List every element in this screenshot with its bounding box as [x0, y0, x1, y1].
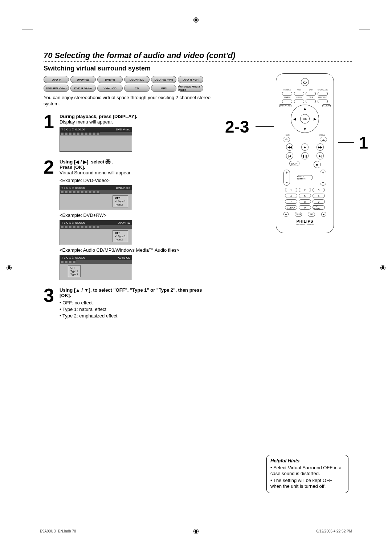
timer-button: TIMER [295, 212, 302, 217]
osd-display: T 1 C 1 ⏱ 0:00:00 DVD-Video OFF Type 1 T… [60, 185, 132, 210]
remote-button [318, 92, 328, 96]
remote-button [318, 100, 328, 103]
display-button: ☁ [320, 137, 327, 142]
step-number: 3 [44, 287, 60, 320]
callout-1: 1 [359, 133, 368, 153]
surround-menu: OFF Type 1 Type 2 [68, 265, 81, 277]
step2-line1: Using [◀ / ▶], select 🕀 . [60, 159, 113, 165]
channel: +− [320, 170, 326, 186]
right-arrow-icon: ▶ [314, 117, 317, 121]
example-label: <Example: Audio CD/MP3/Windows Media™ Au… [60, 247, 205, 253]
example-label: <Example: DVD+RW> [60, 212, 205, 218]
step-number: 2 [44, 159, 60, 282]
osd-label: DVD-Video [116, 186, 130, 190]
nav-ring: ▲ ▼ ◀ ▶ OK [291, 105, 319, 133]
key-2: 2 [299, 188, 311, 192]
crop-mark [22, 508, 33, 519]
menu-type1: Type 1 [70, 270, 78, 273]
brand-label: PHILIPS [280, 219, 330, 223]
vcr-rec-button: ● [283, 212, 289, 217]
page-number: 70 [44, 51, 52, 60]
key-9: 9 [313, 199, 325, 204]
badge: DVD-RW +VR [151, 76, 176, 83]
print-registration-top [193, 17, 199, 23]
hints-title: Helpful Hints [270, 458, 344, 463]
badge: Windows Media Audio [178, 85, 203, 92]
label: DVD [306, 89, 316, 91]
surround-menu: OFF Type 1 Type 2 [113, 195, 128, 207]
osd-info: T 1 C 1 ⏱ 0:00:00 [61, 128, 85, 131]
label: RAPID PLAY [318, 97, 328, 98]
badge: DVD+R DL [124, 76, 150, 83]
brand-sub-label: DVD RECORDER [280, 223, 330, 226]
key-7: 7 [285, 199, 297, 204]
dotted-divider [44, 61, 352, 62]
step3-instruction: Using [▲ / ▼], to select "OFF", "Type 1"… [60, 287, 202, 298]
play-button: ▶ [301, 143, 309, 151]
osd-label: Audio CD [118, 256, 130, 259]
example-label: <Example: DVD-Video> [60, 178, 205, 183]
remote-control: ⏻ TV/VIDEO VCR DVD OPEN/CLOSE SEARCH AUD… [276, 73, 334, 233]
badge: Video CD [97, 85, 123, 92]
keypad: 1 2 3 4 5 6 7 8 9 CLEAR 0 REC MODE [285, 188, 325, 210]
osd-label: DVD-Video [116, 128, 130, 131]
badge: DVD-RW Video [44, 85, 69, 92]
dubbing-button: DIRECT DUBBING [297, 175, 313, 180]
remote-illustration: 2-3 1 ⏻ TV/VIDEO VCR DVD OPEN/CLOSE SEAR… [258, 73, 352, 233]
crop-mark [359, 29, 370, 40]
stop-button: ■ [314, 161, 321, 168]
crop-mark [22, 29, 33, 40]
osd-info: T 1 C 1 ⏱ 0:00:00 [61, 186, 85, 190]
badge: DVD-V [44, 76, 69, 83]
label: AUDIO [294, 97, 304, 98]
helpful-hints: Helpful Hints Select Virtual Surround OF… [266, 455, 348, 493]
title-text: Selecting the format of audio and video … [55, 51, 236, 60]
menu-type1: Type 1 [115, 200, 126, 203]
label: TITLE [306, 97, 316, 98]
key-5: 5 [299, 194, 311, 198]
badge: DVD+R [97, 76, 123, 83]
surround-menu: OFF Type 1 Type 2 [113, 230, 128, 242]
footer-left: E9A90UD_EN.indb 70 [40, 529, 76, 533]
section-subtitle: Switching virtual surround system [44, 65, 352, 72]
effect-off: OFF: no effect [60, 300, 205, 306]
menu-off: OFF [115, 197, 126, 200]
label: OPEN/CLOSE [318, 89, 328, 91]
next-button: ▶| [317, 152, 324, 159]
osd-info: T 1 C 1 ⏱ 0:00:00 [61, 256, 85, 259]
skip-button: SKIP [289, 161, 299, 166]
disc-menu-label: DISC MENU [279, 104, 291, 107]
badge: CD [124, 85, 150, 92]
step-3: 3 Using [▲ / ▼], to select "OFF", "Type … [44, 287, 352, 320]
page-footer: E9A90UD_EN.indb 70 6/12/2006 4:22:52 PM [40, 529, 352, 533]
badge: DVD-R Video [70, 85, 96, 92]
down-arrow-icon: ▼ [303, 127, 307, 131]
remote-button [306, 100, 316, 103]
back-label: BACK [283, 134, 293, 136]
callout-2-3: 2-3 [225, 117, 249, 137]
badge: MP3 [151, 85, 176, 92]
key-0: 0 [299, 205, 311, 210]
step2-line3: Virtual Surround menu will appear. [60, 170, 132, 175]
menu-off: OFF [115, 231, 126, 235]
key-4: 4 [285, 194, 297, 198]
label: VCR [294, 89, 304, 91]
effect-type2: Type 2: emphasized effect [60, 313, 205, 319]
print-registration-left [7, 265, 12, 270]
menu-type2: Type 2 [115, 203, 126, 206]
page-content: 70 Selecting the format of audio and vid… [44, 51, 352, 324]
effect-list: OFF: no effect Type 1: natural effect Ty… [60, 300, 205, 320]
hint-item: Select Virtual Surround OFF in a case so… [270, 465, 344, 477]
key-recmode: REC MODE [313, 205, 325, 210]
setup-label: SETUP [322, 104, 331, 107]
page-title: 70 Selecting the format of audio and vid… [44, 51, 352, 60]
remote-button [282, 92, 292, 96]
label: SEARCH [282, 97, 292, 98]
menu-type1: Type 1 [115, 235, 126, 238]
key-8: 8 [299, 199, 311, 204]
key-3: 3 [313, 188, 325, 192]
tv-vol: +− [283, 170, 290, 186]
up-arrow-icon: ▲ [303, 106, 307, 110]
dvd-rec-button: ● [321, 212, 326, 217]
step2-line2: Press [OK]. [60, 165, 85, 170]
